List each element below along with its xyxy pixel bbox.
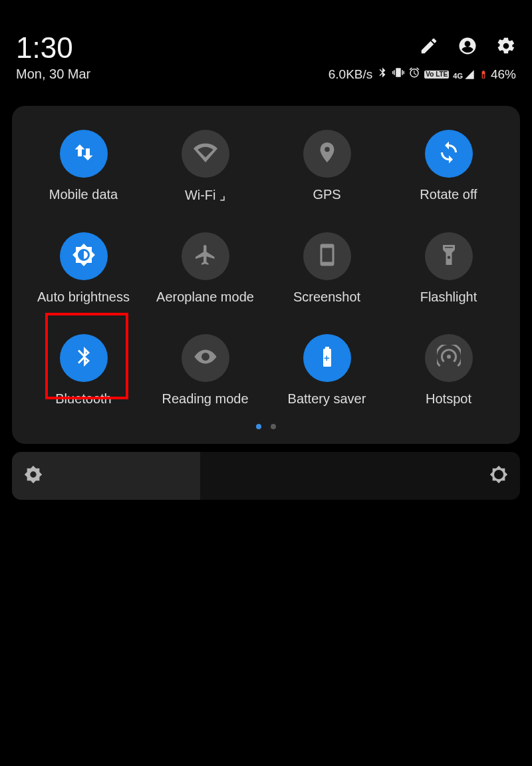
brightness-slider[interactable] [12,452,520,500]
tile-hotspot[interactable]: Hotspot [388,334,509,407]
tile-label: Reading mode [162,391,248,407]
tile-rotate[interactable]: Rotate off [388,130,509,203]
account-icon[interactable] [458,36,477,59]
tile-label: Mobile data [49,187,118,202]
wifi-icon [194,140,217,167]
bluetooth-icon [72,345,96,371]
page-dot[interactable] [256,424,261,429]
tile-label: Rotate off [420,187,477,202]
page-dot[interactable] [271,424,276,429]
tile-flashlight[interactable]: Flashlight [388,232,509,305]
brightness-high-icon [489,465,508,486]
network-speed: 6.0KB/s [329,67,373,82]
tile-label: Hotspot [426,391,471,407]
airplane-icon [194,243,217,270]
tile-label: GPS [313,187,340,202]
tile-screenshot[interactable]: Screenshot [266,232,388,305]
tile-mobile-data[interactable]: Mobile data [23,130,144,203]
tile-label: Aeroplane mode [156,289,254,305]
bluetooth-status-icon [376,67,388,82]
status-time: 1:30 [16,33,90,63]
tile-label: Screenshot [293,289,360,305]
tile-label: Bluetooth [55,391,112,407]
status-date: Mon, 30 Mar [16,67,90,82]
vibrate-icon [392,67,404,82]
mobile-data-icon [72,140,96,167]
tile-label: Auto brightness [37,289,130,305]
tile-bluetooth[interactable]: Bluetooth [23,334,144,407]
hotspot-icon [437,345,461,371]
tile-label: Flashlight [420,289,477,305]
edit-icon[interactable] [419,36,439,59]
brightness-icon [72,243,96,270]
battery-indicator: 46% [479,67,516,82]
page-indicator [23,424,509,429]
eye-icon [194,345,217,371]
battery-saver-icon [315,345,339,371]
tile-auto-brightness[interactable]: Auto brightness [23,232,144,305]
tile-label: Battery saver [288,391,366,407]
tile-wifi[interactable]: Wi-Fi ⌟ [144,130,266,203]
brightness-low-icon [24,465,43,486]
flashlight-icon [437,243,461,270]
tile-gps[interactable]: GPS [266,130,388,203]
rotate-icon [437,140,461,167]
quick-settings-panel: Mobile data Wi-Fi ⌟ GPS Rotate off Auto … [12,106,520,444]
settings-icon[interactable] [496,36,516,59]
alarm-icon [408,67,420,82]
status-indicators: 6.0KB/s Vo LTE 4G 46% [329,67,516,82]
gps-icon [315,140,339,167]
tile-aeroplane-mode[interactable]: Aeroplane mode [144,232,266,305]
tile-battery-saver[interactable]: Battery saver [266,334,388,407]
volte-badge: Vo LTE [424,71,449,79]
tile-reading-mode[interactable]: Reading mode [144,334,266,407]
signal-icon: 4G [453,69,475,80]
tile-label: Wi-Fi ⌟ [185,187,225,203]
screenshot-icon [315,243,339,270]
